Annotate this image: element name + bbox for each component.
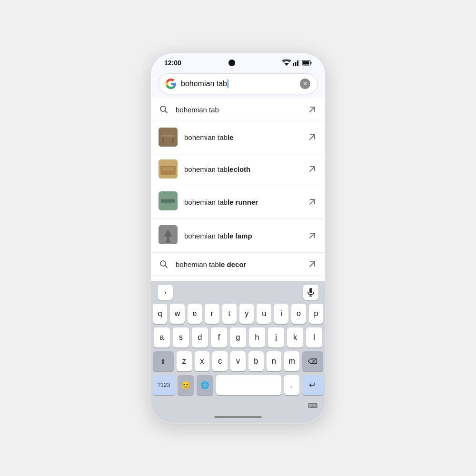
svg-line-29 [310, 233, 315, 238]
home-bar [214, 416, 262, 418]
suggestion-text: bohemian tablecloth [184, 165, 300, 173]
clear-button[interactable]: ✕ [300, 79, 310, 89]
svg-rect-11 [159, 128, 178, 147]
toolbar-expand-button[interactable]: › [158, 285, 173, 300]
fill-search-icon[interactable] [307, 132, 317, 142]
suggestion-text: bohemian table lamp [184, 232, 300, 240]
key-x[interactable]: x [195, 351, 210, 371]
key-e[interactable]: e [188, 304, 202, 324]
suggestion-text: bohemian table [184, 133, 300, 141]
svg-line-15 [310, 135, 315, 139]
key-h[interactable]: h [249, 327, 265, 347]
search-icon [159, 259, 169, 269]
keyboard-dismiss-icon[interactable]: ⌨ [308, 402, 317, 409]
suggestion-text: bohemian tab [176, 106, 300, 114]
google-logo [166, 79, 176, 89]
home-bar-container [151, 413, 325, 423]
emoji-key[interactable]: 😊 [178, 375, 194, 395]
svg-rect-42 [309, 288, 312, 293]
wifi-icon [282, 60, 291, 66]
svg-marker-0 [284, 63, 289, 66]
suggestion-text: bohemian table decor [176, 260, 300, 268]
fill-search-icon[interactable] [307, 259, 317, 269]
status-time: 12:00 [164, 59, 181, 67]
backspace-key[interactable]: ⌫ [302, 351, 323, 371]
key-y[interactable]: y [239, 304, 254, 324]
status-bar: 12:00 [151, 53, 325, 69]
svg-rect-28 [165, 241, 171, 242]
key-q[interactable]: q [153, 304, 167, 324]
svg-rect-4 [299, 60, 301, 66]
suggestion-item[interactable]: bohemian tablecloth rectangle [151, 276, 325, 281]
search-icon [159, 104, 169, 115]
key-v[interactable]: v [230, 351, 246, 371]
svg-rect-3 [297, 60, 298, 66]
key-n[interactable]: n [267, 351, 282, 371]
suggestion-item[interactable]: bohemian table [151, 121, 325, 153]
key-l[interactable]: l [306, 327, 322, 347]
suggestions-list: bohemian tab bohemian table bohemian tab… [151, 98, 325, 281]
fill-search-icon[interactable] [307, 104, 317, 115]
front-camera [228, 60, 235, 66]
key-b[interactable]: b [248, 351, 264, 371]
key-r[interactable]: r [205, 304, 219, 324]
key-c[interactable]: c [212, 351, 228, 371]
key-s[interactable]: s [173, 327, 189, 347]
suggestion-thumbnail [159, 225, 178, 246]
key-t[interactable]: t [222, 304, 237, 324]
svg-line-10 [310, 107, 315, 112]
svg-rect-2 [295, 62, 297, 66]
key-i[interactable]: i [274, 304, 288, 324]
globe-key[interactable]: 🌐 [197, 375, 213, 395]
keyboard-row-2: a s d f g h j k l [153, 327, 323, 347]
key-a[interactable]: a [154, 327, 170, 347]
key-k[interactable]: k [287, 327, 303, 347]
keyboard-bottom-bar: ⌨ [151, 400, 325, 413]
key-d[interactable]: d [192, 327, 208, 347]
key-j[interactable]: j [268, 327, 284, 347]
keyboard-keys: q w e r t y u i o p a s d f g h j k [151, 302, 325, 400]
signal-icon [293, 60, 300, 66]
suggestion-item[interactable]: bohemian tablecloth [151, 153, 325, 185]
key-z[interactable]: z [177, 351, 192, 371]
search-input[interactable]: bohemian tab [181, 79, 295, 89]
svg-line-20 [310, 167, 315, 171]
key-g[interactable]: g [230, 327, 246, 347]
keyboard-row-3: ⇧ z x c v b n m ⌫ [153, 351, 323, 371]
svg-line-24 [310, 199, 315, 204]
fill-search-icon[interactable] [307, 230, 317, 241]
key-f[interactable]: f [211, 327, 227, 347]
fill-search-icon[interactable] [307, 197, 317, 207]
suggestion-item[interactable]: bohemian table lamp [151, 219, 325, 253]
keyboard-row-1: q w e r t y u i o p [153, 304, 323, 324]
voice-input-button[interactable] [303, 285, 318, 300]
suggestion-item[interactable]: bohemian table runner [151, 185, 325, 219]
key-u[interactable]: u [257, 304, 271, 324]
svg-line-32 [310, 262, 315, 267]
suggestion-thumbnail [159, 191, 178, 212]
search-bar[interactable]: bohemian tab ✕ [159, 73, 317, 94]
status-icons [282, 60, 312, 66]
shift-key[interactable]: ⇧ [153, 351, 174, 371]
key-o[interactable]: o [291, 304, 306, 324]
svg-rect-13 [162, 137, 164, 143]
space-key[interactable] [216, 375, 281, 395]
key-w[interactable]: w [170, 304, 184, 324]
svg-rect-1 [293, 63, 294, 66]
svg-rect-27 [168, 237, 169, 241]
num-switch-key[interactable]: ?123 [153, 375, 175, 395]
key-p[interactable]: p [309, 304, 323, 324]
enter-key[interactable]: ↵ [302, 375, 323, 395]
keyboard: › q w e r t y u i o p a s d [151, 281, 325, 423]
phone-frame: 12:00 [150, 52, 326, 424]
key-m[interactable]: m [284, 351, 299, 371]
keyboard-toolbar: › [151, 281, 325, 302]
period-key[interactable]: . [284, 375, 299, 395]
suggestion-thumbnail [159, 128, 178, 147]
fill-search-icon[interactable] [307, 164, 317, 174]
svg-rect-17 [160, 166, 176, 175]
svg-rect-6 [311, 62, 312, 64]
suggestion-item[interactable]: bohemian tab [151, 98, 325, 121]
svg-line-31 [165, 266, 168, 268]
suggestion-item[interactable]: bohemian table decor [151, 253, 325, 276]
